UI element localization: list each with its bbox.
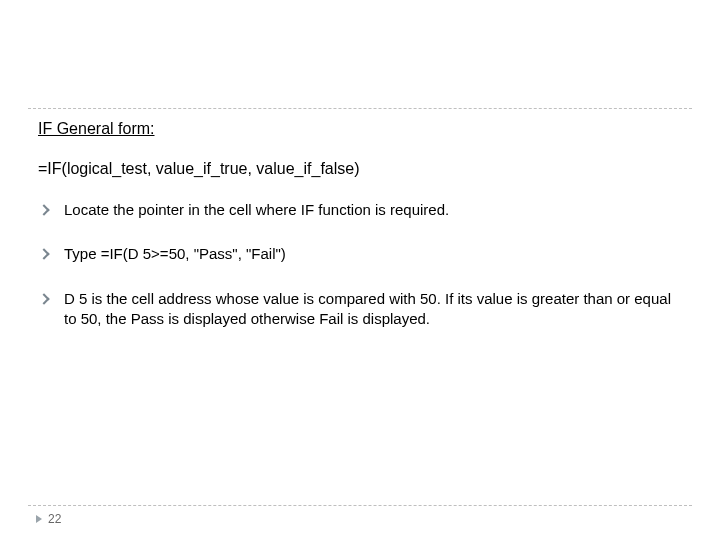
footer: 22 [36, 512, 61, 526]
content-area: IF General form: =IF(logical_test, value… [36, 120, 684, 353]
section-heading: IF General form: [38, 120, 684, 138]
slide: IF General form: =IF(logical_test, value… [0, 0, 720, 540]
bullet-list: Locate the pointer in the cell where IF … [36, 200, 684, 329]
triangle-icon [36, 515, 42, 523]
list-item: D 5 is the cell address whose value is c… [36, 289, 684, 330]
top-divider [28, 108, 692, 109]
list-item: Type =IF(D 5>=50, "Pass", "Fail") [36, 244, 684, 264]
page-number: 22 [48, 512, 61, 526]
list-item: Locate the pointer in the cell where IF … [36, 200, 684, 220]
syntax-line: =IF(logical_test, value_if_true, value_i… [38, 160, 684, 178]
bottom-divider [28, 505, 692, 506]
